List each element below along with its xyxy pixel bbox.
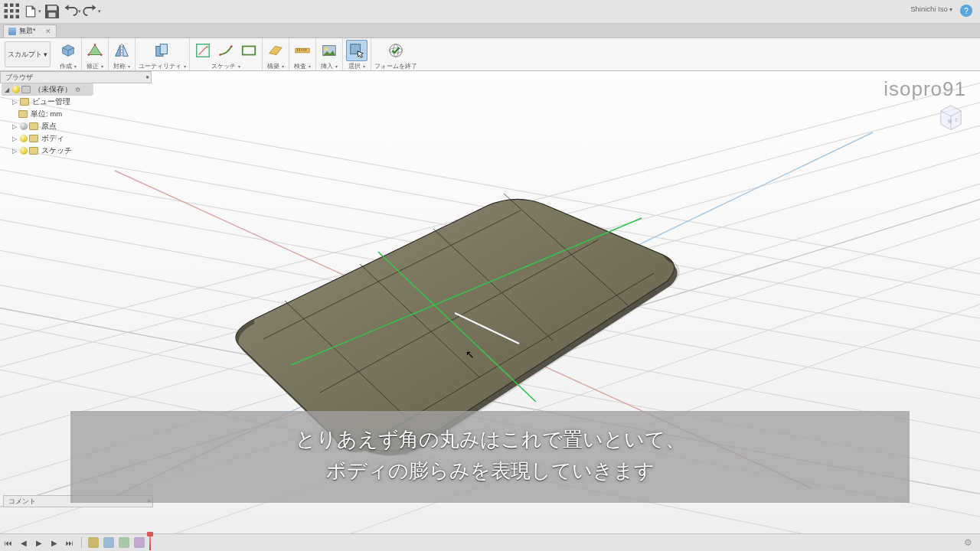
timeline-settings-button[interactable]: ⚙ — [964, 537, 972, 548]
ribbon-group-utility: ユーティリティ — [136, 38, 190, 70]
timeline-feature-1[interactable] — [103, 537, 114, 548]
ribbon-group-create: 作成 — [55, 38, 82, 70]
timeline-back-button[interactable]: ◀ — [18, 537, 29, 548]
browser-node-sketches[interactable]: ▷ スケッチ — [2, 145, 93, 157]
svg-point-10 — [87, 54, 90, 56]
browser-panel-header[interactable]: ブラウザ ● — [0, 71, 152, 83]
finish-form-icon[interactable] — [386, 41, 406, 60]
svg-rect-7 — [10, 15, 14, 19]
box-tool-icon[interactable] — [58, 41, 78, 60]
symmetry-icon[interactable] — [112, 41, 132, 60]
timeline-fwd-button[interactable]: ▶ — [49, 537, 60, 548]
timeline-start-button[interactable]: ⏮ — [3, 537, 14, 548]
ribbon-group-sketch: + スケッチ — [190, 38, 263, 70]
ribbon-group-symmetry: 対称 — [109, 38, 136, 70]
sketch-line-icon[interactable] — [216, 41, 236, 60]
subtitle-overlay: とりあえず角の丸みはこれで置いといて、 ボディの膨らみを表現していきます — [70, 411, 910, 503]
browser-node-units[interactable]: 単位: mm — [2, 108, 93, 120]
ribbon-group-inspect: 検査 — [289, 38, 316, 70]
svg-rect-1 — [10, 4, 14, 8]
svg-rect-0 — [5, 4, 8, 8]
utility-icon[interactable] — [152, 41, 172, 60]
close-tab-button[interactable]: ✕ — [45, 28, 51, 35]
document-tab-label: 無題* — [19, 26, 36, 36]
svg-point-9 — [94, 44, 96, 46]
comments-panel-title: コメント — [8, 497, 36, 507]
subtitle-line-2: ボディの膨らみを表現していきます — [74, 458, 906, 484]
svg-point-11 — [100, 54, 103, 56]
workspace-switcher[interactable]: スカルプト ▾ — [5, 41, 51, 67]
svg-rect-19 — [243, 47, 256, 55]
svg-rect-3 — [5, 9, 8, 13]
insert-decal-icon[interactable] — [319, 41, 339, 60]
timeline-bar: ⏮ ◀ ▶ ▶ ⏭ ⚙ — [0, 533, 980, 551]
measure-icon[interactable] — [292, 41, 312, 60]
svg-rect-4 — [10, 9, 14, 13]
ribbon-group-select: 選択 — [343, 38, 371, 70]
browser-node-views[interactable]: ▷ ビュー管理 — [2, 96, 93, 108]
view-cube[interactable]: 前 右 — [934, 99, 968, 132]
help-button[interactable]: ? — [960, 5, 972, 17]
timeline-feature-2[interactable] — [119, 537, 129, 548]
browser-panel-title: ブラウザ — [5, 73, 33, 83]
ribbon-toolbar: スカルプト ▾ 作成 修正 対称 — [0, 38, 980, 71]
title-bar: ▾ ▾ ▾ Shinichi Iso ? — [0, 0, 980, 24]
user-menu[interactable]: Shinichi Iso — [910, 5, 952, 13]
svg-rect-5 — [16, 9, 20, 13]
browser-tree[interactable]: ◢ （未保存） ⚙ ▷ ビュー管理 単位: mm ▷ 原点 ▷ ボディ — [2, 83, 93, 157]
mouse-cursor: ↖ — [466, 348, 475, 360]
watermark-text: isopro91 — [884, 77, 966, 101]
svg-point-27 — [325, 47, 328, 51]
timeline-feature-3[interactable] — [134, 537, 145, 548]
file-menu-button[interactable]: ▾ — [23, 2, 41, 21]
svg-point-18 — [230, 45, 233, 47]
svg-rect-14 — [160, 44, 167, 54]
viewport-canvas[interactable]: ◀ — [0, 71, 980, 533]
svg-point-17 — [219, 54, 221, 56]
ribbon-group-modify: 修正 — [82, 38, 109, 70]
app-launcher-button[interactable] — [3, 2, 21, 21]
timeline-end-button[interactable]: ⏭ — [64, 537, 75, 548]
subtitle-line-1: とりあえず角の丸みはこれで置いといて、 — [74, 426, 906, 453]
redo-button[interactable]: ▾ — [83, 2, 101, 21]
timeline-playhead[interactable] — [149, 535, 151, 550]
document-tab-strip: 無題* ✕ — [0, 24, 980, 38]
svg-rect-8 — [16, 15, 20, 19]
sketch-rect-icon[interactable] — [239, 41, 259, 60]
timeline-feature-sketch[interactable] — [88, 537, 99, 548]
svg-text:右: 右 — [955, 118, 958, 122]
active-document-tab[interactable]: 無題* ✕ — [3, 24, 57, 37]
edit-form-icon[interactable] — [85, 41, 105, 60]
save-button[interactable] — [43, 2, 61, 21]
browser-node-bodies[interactable]: ▷ ボディ — [2, 132, 93, 145]
browser-root-node[interactable]: ◢ （未保存） ⚙ — [2, 83, 93, 96]
timeline-play-button[interactable]: ▶ — [34, 537, 44, 548]
svg-text:+: + — [206, 44, 209, 51]
gear-icon[interactable]: ⚙ — [75, 86, 80, 93]
undo-button[interactable]: ▾ — [63, 2, 81, 21]
select-tool-icon[interactable] — [346, 40, 368, 61]
browser-node-origin[interactable]: ▷ 原点 — [2, 120, 93, 132]
svg-rect-6 — [5, 15, 8, 19]
construct-plane-icon[interactable] — [266, 41, 286, 60]
ribbon-group-insert: 挿入 — [316, 38, 343, 70]
pin-icon[interactable]: ● — [145, 73, 149, 80]
svg-text:前: 前 — [948, 119, 952, 123]
document-icon — [8, 28, 16, 35]
svg-rect-2 — [16, 4, 20, 8]
sketch-create-icon[interactable]: + — [193, 41, 213, 60]
ribbon-group-construct: 構築 — [263, 38, 289, 70]
ribbon-group-finish: フォームを終了 — [371, 38, 420, 70]
